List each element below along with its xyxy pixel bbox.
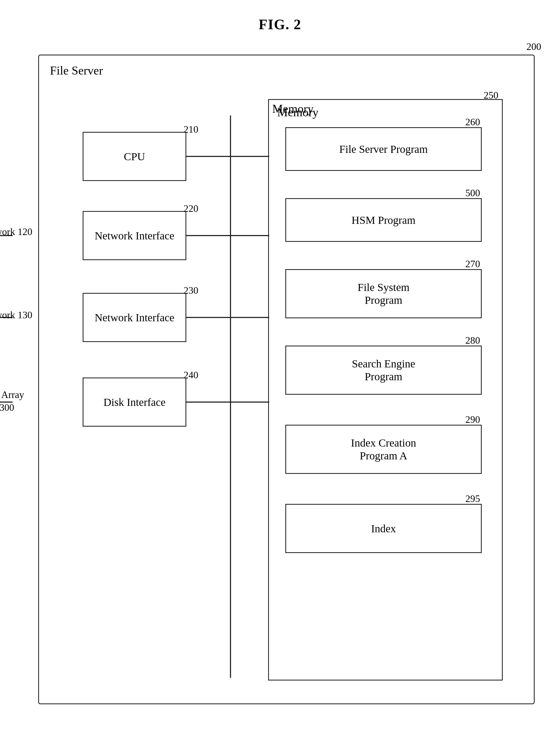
ni1-bus-to-mem	[230, 235, 269, 236]
cpu-bus-to-mem	[230, 156, 269, 157]
label-220: 220	[184, 203, 198, 214]
disk-box: Disk Interface	[83, 378, 186, 427]
label-200: 200	[526, 41, 541, 52]
disk-bus-to-mem	[230, 402, 269, 403]
bus-line	[230, 115, 231, 678]
label-280: 280	[465, 335, 480, 346]
label-230: 230	[184, 285, 198, 296]
sep-box: Search Engine Program	[285, 345, 482, 395]
ni1-conn-line	[186, 235, 230, 236]
ext-label-disk: To Disk Array System 300	[0, 389, 24, 414]
cpu-conn-line	[186, 156, 230, 157]
label-210: 210	[184, 124, 198, 135]
ni2-bus-to-mem	[230, 317, 269, 318]
fsp-box: File Server Program	[285, 127, 482, 171]
icp-box: Index Creation Program A	[285, 425, 482, 474]
label-290: 290	[465, 414, 480, 425]
idx-box: Index	[285, 504, 482, 553]
memory-label-outside: Memory	[272, 102, 314, 116]
file-server-box: File Server CPU 210 Network Interface 22…	[38, 55, 535, 704]
hsm-box: HSM Program	[285, 198, 482, 242]
label-260: 260	[465, 116, 480, 128]
label-270: 270	[465, 258, 480, 270]
file-server-label: File Server	[50, 64, 103, 77]
label-500: 500	[465, 187, 480, 199]
ni2-conn-line	[186, 317, 230, 318]
cpu-box: CPU	[83, 132, 186, 181]
fss-box: File System Program	[285, 269, 482, 318]
label-240: 240	[184, 369, 198, 381]
ext-label-ni1: To Network 120	[0, 226, 32, 237]
ni2-box: Network Interface	[83, 293, 186, 342]
ext-label-ni2: To Network 130	[0, 309, 32, 321]
ni1-box: Network Interface	[83, 211, 186, 260]
label-250: 250	[484, 89, 498, 101]
figure-title: FIG. 2	[259, 16, 301, 32]
memory-box: Memory 260 File Server Program 500 HSM P…	[268, 99, 503, 681]
disk-conn-line	[186, 402, 230, 403]
label-295: 295	[465, 493, 480, 505]
